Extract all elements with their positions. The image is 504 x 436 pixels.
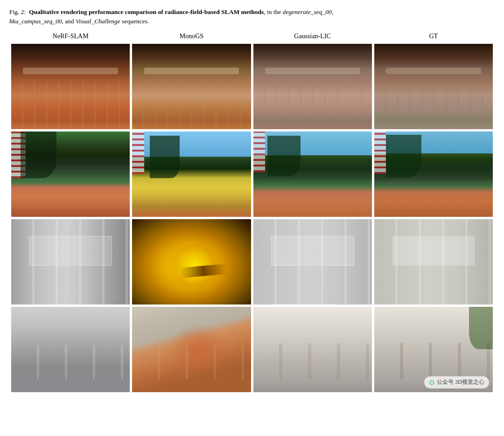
image-r2-gt xyxy=(374,131,493,217)
cell-r4-gaussian xyxy=(253,306,372,393)
col-header-nerf: NeRF-SLAM xyxy=(11,33,130,42)
col-header-gt: GT xyxy=(374,33,493,42)
image-r3-monogs xyxy=(132,219,251,305)
table-row xyxy=(11,219,493,305)
cell-r2-gt xyxy=(374,131,493,217)
caption-and: , and xyxy=(62,18,76,25)
caption-comma: , xyxy=(332,8,333,15)
image-r4-monogs xyxy=(132,307,251,392)
seq1-label: degenerate_seq_00 xyxy=(283,8,332,15)
cell-r1-gt xyxy=(374,43,493,130)
image-r3-gt xyxy=(374,219,493,305)
image-r3-nerf xyxy=(11,219,130,305)
comparison-table: NeRF-SLAM MonoGS Gaussian-LIC GT xyxy=(9,31,495,394)
image-r2-gaussian xyxy=(253,131,372,217)
caption-bold: Qualitative rendering performance compar… xyxy=(29,8,264,15)
cell-r4-monogs xyxy=(132,306,251,393)
seq3-label: Visual_Challenge xyxy=(76,18,120,25)
image-r4-gt: ⊙ 公众号 3D视觉之心 xyxy=(374,307,493,392)
cell-r3-gt xyxy=(374,219,493,305)
seq2-label: hku_campus_seq_00 xyxy=(9,18,62,25)
image-r1-monogs xyxy=(132,44,251,129)
cell-r1-gaussian xyxy=(253,43,372,130)
cell-r4-nerf xyxy=(11,306,130,393)
table-row xyxy=(11,131,493,217)
cell-r2-nerf xyxy=(11,131,130,217)
watermark-text: 公众号 3D视觉之心 xyxy=(437,378,484,386)
watermark-icon: ⊙ xyxy=(429,378,435,387)
cell-r1-monogs xyxy=(132,43,251,130)
image-r2-monogs xyxy=(132,131,251,217)
col-header-gaussian: Gaussian-LIC xyxy=(253,33,372,42)
table-row: ⊙ 公众号 3D视觉之心 xyxy=(11,306,493,393)
watermark: ⊙ 公众号 3D视觉之心 xyxy=(424,376,489,388)
image-r3-gaussian xyxy=(253,219,372,305)
cell-r2-monogs xyxy=(132,131,251,217)
image-r4-nerf xyxy=(11,307,130,392)
cell-r3-gaussian xyxy=(253,219,372,305)
caption-text1: , in the xyxy=(264,8,283,15)
image-r2-nerf xyxy=(11,131,130,217)
image-r1-nerf xyxy=(11,44,130,129)
image-r4-gaussian xyxy=(253,307,372,392)
image-r1-gt xyxy=(374,44,493,129)
caption-end: sequences. xyxy=(120,18,149,25)
column-headers: NeRF-SLAM MonoGS Gaussian-LIC GT xyxy=(11,33,493,42)
col-header-monogs: MonoGS xyxy=(132,33,251,42)
cell-r2-gaussian xyxy=(253,131,372,217)
cell-r1-nerf xyxy=(11,43,130,130)
fig-label: Fig. 2: xyxy=(9,8,26,15)
cell-r3-monogs xyxy=(132,219,251,305)
table-row xyxy=(11,43,493,130)
image-r1-gaussian xyxy=(253,44,372,129)
cell-r3-nerf xyxy=(11,219,130,305)
cell-r4-gt: ⊙ 公众号 3D视觉之心 xyxy=(374,306,493,393)
figure-caption: Fig. 2: Qualitative rendering performanc… xyxy=(9,7,495,27)
